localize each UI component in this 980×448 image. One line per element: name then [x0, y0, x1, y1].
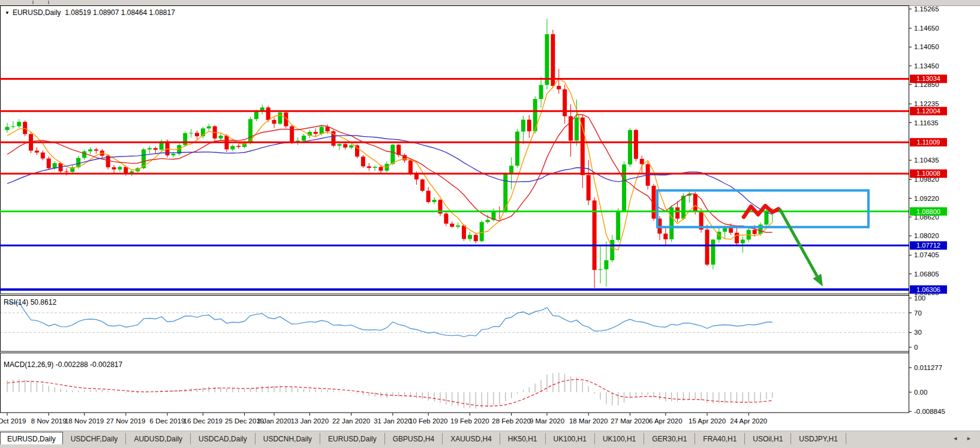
candle-body	[610, 240, 614, 260]
candle-body	[326, 127, 330, 131]
candle-body	[17, 122, 21, 126]
candle-body	[64, 172, 68, 172]
tab-eurusd-daily[interactable]: EURUSD,Daily	[320, 433, 385, 445]
candle-body	[693, 194, 698, 211]
trading-terminal-window: 1.152651.146501.140501.134501.128501.122…	[0, 0, 980, 448]
date-tick-label: 16 Dec 2019	[184, 417, 223, 425]
price-badge-label: 1.10008	[916, 170, 940, 177]
candle-body	[171, 154, 175, 155]
price-badge-label: 1.11009	[917, 139, 940, 146]
candle-body	[575, 118, 579, 141]
rsi-tick-label: 70	[914, 309, 922, 317]
candle-body	[539, 85, 543, 99]
candle-body	[622, 164, 626, 211]
candle-body	[266, 107, 270, 120]
candle-body	[414, 174, 419, 179]
date-tick-label: 15 Apr 2020	[689, 417, 726, 425]
date-tick-label: 6 Apr 2020	[649, 417, 683, 425]
candle-body	[367, 166, 371, 168]
candle-body	[154, 148, 158, 150]
candle-body	[616, 211, 620, 240]
price-tick-label: 1.15265	[914, 5, 939, 13]
macd-panel[interactable]	[1, 353, 909, 413]
macd-tick-label: 0.00	[914, 389, 927, 396]
candle-body	[94, 149, 98, 151]
tab-usdjpy-h1[interactable]: USDJPY,H1	[791, 433, 846, 445]
candle-body	[480, 222, 484, 241]
candle-body	[35, 151, 39, 152]
candle-body	[599, 269, 603, 270]
tab-eurusd-daily[interactable]: EURUSD,Daily	[0, 432, 63, 446]
date-tick-label: 9 Mar 2020	[530, 417, 564, 425]
date-tick-label: 3 Jan 2020	[257, 417, 291, 425]
price-tick-label: 1.11635	[914, 119, 939, 127]
tab-fra40-h1[interactable]: FRA40,H1	[695, 433, 745, 445]
candle-body	[450, 224, 454, 227]
date-tick-label: 31 Jan 2020	[374, 417, 411, 425]
candle-body	[118, 167, 122, 169]
macd-tick-label: 0.011277	[914, 364, 942, 371]
rsi-panel[interactable]	[1, 296, 909, 352]
tab-uk100-h1[interactable]: UK100,H1	[595, 433, 644, 445]
tab-uk100-h1[interactable]: UK100,H1	[546, 433, 595, 445]
date-tick-label: 24 Apr 2020	[730, 417, 767, 425]
macd-signal-value: -0.002817	[90, 360, 122, 369]
date-tick-label: 8 Nov 2019	[31, 417, 67, 425]
tab-scroll-left-icon[interactable]: ◄	[952, 435, 958, 441]
candle-body	[390, 145, 395, 164]
date-tick-label: 27 Mar 2020	[611, 417, 650, 425]
candle-body	[320, 127, 324, 134]
tab-usoil-h1[interactable]: USOil,H1	[745, 433, 791, 445]
price-tick-label: 1.07405	[914, 251, 939, 258]
candle-body	[230, 146, 235, 149]
candle-body	[462, 225, 466, 239]
tab-usdcnh-daily[interactable]: USDCNH,Daily	[255, 433, 320, 445]
quote-close: 1.08817	[149, 8, 175, 17]
candle-body	[112, 167, 116, 170]
candle-body	[207, 127, 211, 129]
tab-audusd-daily[interactable]: AUDUSD,Daily	[126, 433, 191, 445]
window-bottom-edge	[0, 444, 980, 448]
candle-body	[219, 136, 223, 139]
candle-body	[723, 228, 727, 231]
candle-body	[640, 159, 644, 164]
tab-ger30-h1[interactable]: GER30,H1	[644, 433, 695, 445]
price-badge-label: 1.06306	[916, 286, 940, 293]
quote-high: 1.08907	[93, 8, 119, 17]
candle-body	[527, 120, 531, 131]
tab-scroll-right-icon[interactable]: ►	[966, 435, 972, 441]
main-chart-panel[interactable]	[1, 6, 909, 294]
candle-body	[634, 130, 638, 159]
symbol-dropdown-icon[interactable]: ▼	[5, 10, 10, 16]
candle-body	[456, 225, 460, 227]
candle-body	[420, 179, 425, 191]
chart-canvas[interactable]: 1.152651.146501.140501.134501.128501.122…	[0, 0, 980, 431]
candle-body	[189, 133, 193, 133]
date-tick-label: 28 Feb 2020	[492, 417, 531, 425]
candle-body	[302, 136, 306, 140]
candle-body	[82, 151, 86, 158]
candle-body	[729, 228, 733, 233]
candle-body	[278, 113, 282, 124]
candle-body	[735, 233, 739, 243]
candle-body	[753, 230, 757, 234]
candle-body	[663, 234, 668, 239]
candle-body	[486, 220, 490, 223]
date-tick-label: 6 Dec 2019	[150, 417, 185, 425]
candle-body	[290, 127, 294, 142]
tab-usdcad-daily[interactable]: USDCAD,Daily	[191, 433, 255, 445]
macd-indicator-label: MACD(12,26,9) -0.002288 -0.002817	[4, 360, 122, 369]
rsi-axis: 10070300	[909, 294, 925, 351]
candle-body	[148, 148, 152, 149]
candle-body	[41, 152, 45, 158]
tab-hk50-h1[interactable]: HK50,H1	[500, 433, 546, 445]
price-tick-label: 1.14650	[914, 25, 939, 32]
tab-xauusd-h4[interactable]: XAUUSD,H4	[443, 433, 500, 445]
candle-body	[675, 208, 680, 219]
date-tick-label: 18 Mar 2020	[569, 417, 608, 425]
price-tick-label: 1.13450	[914, 62, 939, 70]
candle-body	[604, 260, 608, 269]
tab-usdchf-daily[interactable]: USDCHF,Daily	[63, 433, 127, 445]
price-badge-label: 1.08800	[916, 208, 940, 215]
tab-gbpusd-h4[interactable]: GBPUSD,H4	[385, 433, 443, 445]
